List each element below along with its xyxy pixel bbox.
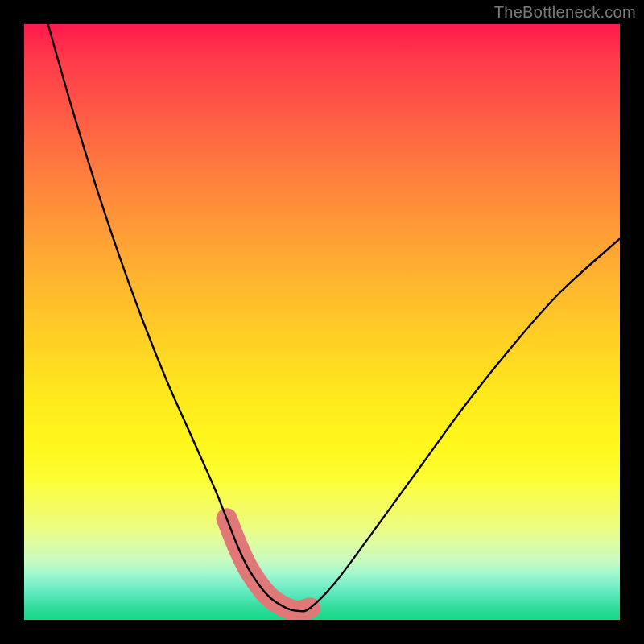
plot-area xyxy=(24,24,620,620)
watermark-text: TheBottleneck.com xyxy=(494,3,636,22)
bottleneck-curve xyxy=(48,24,620,611)
highlight-band xyxy=(217,509,320,617)
chart-frame: TheBottleneck.com xyxy=(0,0,644,644)
curve-layer xyxy=(24,24,620,620)
